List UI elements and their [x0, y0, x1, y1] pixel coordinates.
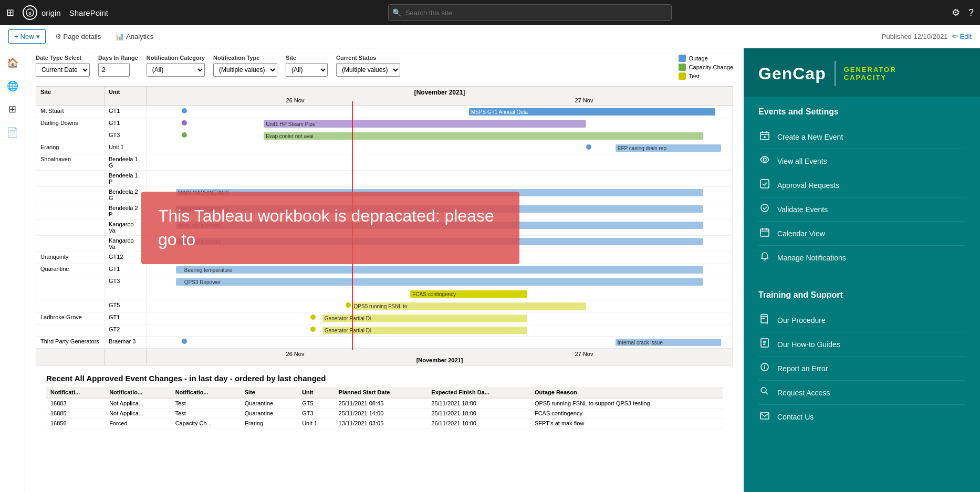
sidebar-globe-icon[interactable]: 🌐 [2, 76, 23, 97]
deprecated-text: This Tableau workbook is depracated: ple… [158, 206, 494, 249]
days-in-range-input[interactable] [98, 63, 130, 77]
origin-logo: o [23, 5, 37, 20]
mail-icon [758, 410, 771, 423]
sidebar-doc-icon[interactable]: 📄 [2, 122, 23, 143]
secondbar: + New ▾ ⚙ Page details 📊 Analytics Publi… [0, 25, 980, 48]
sidebar-apps-icon[interactable]: ⊞ [2, 99, 23, 120]
col-planned-start: Planned Start Date [335, 387, 428, 398]
unit-cell: Bendeela 2 G [105, 187, 147, 203]
analytics-button[interactable]: 📊 Analytics [110, 30, 159, 43]
eye-icon [758, 154, 771, 168]
origin-text: origin [41, 8, 61, 17]
waffle-icon[interactable]: ⊞ [6, 7, 14, 18]
col-notification-id: Notificati... [46, 387, 105, 398]
table-row: Third Party Generators Braemar 3 Interna… [36, 337, 733, 349]
contact-us-item[interactable]: Contact Us [758, 405, 965, 428]
help-icon[interactable]: ? [968, 7, 974, 18]
date-type-select[interactable]: Current Date [36, 63, 90, 77]
col-outage-reason: Outage Reason [530, 387, 723, 398]
site-cell [36, 171, 105, 186]
create-new-event-item[interactable]: Create a New Event [758, 125, 965, 149]
cell-category: Test [171, 409, 241, 418]
sidebar-home-icon[interactable]: 🏠 [2, 53, 23, 74]
gantt-cell: EFP casing drain rep [147, 142, 733, 154]
table-row: Ladbroke Grove GT1 Generator Partial Di [36, 312, 733, 324]
gantt-cell: QPS5 running FSNL to [147, 300, 733, 312]
notification-category-select[interactable]: (All) [147, 63, 205, 77]
table-row: 16856 Forced Capacity Ch... Eraring Unit… [46, 418, 723, 428]
current-status-select[interactable]: (Multiple values) [336, 63, 400, 77]
site-cell [36, 324, 105, 336]
site-cell [36, 130, 105, 142]
content-area: Date Type Select Current Date Days In Ra… [25, 48, 744, 492]
unit-cell: Bendeela 2 P [105, 203, 147, 219]
report-error-item[interactable]: Report an Error [758, 357, 965, 381]
info-icon [758, 362, 771, 375]
our-how-to-guides-label: Our How-to Guides [777, 340, 840, 349]
date-type-label: Date Type Select [36, 55, 90, 61]
logo-area: o origin [23, 5, 61, 20]
site-cell [36, 187, 105, 203]
calendar-view-item[interactable]: Calendar View [758, 222, 965, 246]
legend-capacity-label: Capacity Change [689, 64, 733, 70]
unit-cell: GT5 [105, 300, 147, 312]
cell-site: Quarantine [241, 398, 298, 409]
cell-reason: SFPT's at max flow [530, 418, 723, 428]
manage-notifications-item[interactable]: Manage Notifications [758, 246, 965, 269]
site-cell [36, 288, 105, 300]
our-how-to-guides-item[interactable]: Our How-to Guides [758, 332, 965, 357]
site-select[interactable]: (All) [286, 63, 328, 77]
gantt-cell: QPS3 Repower [147, 276, 733, 288]
table-row: Quarantine GT1 Bearing temperature [36, 264, 733, 276]
view-all-events-item[interactable]: View all Events [758, 149, 965, 173]
current-status-label: Current Status [336, 55, 400, 61]
cell-start: 25/11/2021 14:00 [335, 409, 428, 418]
request-access-item[interactable]: Request Access [758, 381, 965, 405]
col-notification-type: Notificatio... [105, 387, 171, 398]
gantt-cell: Internal crack issue [147, 337, 733, 348]
unit-cell: GT1 [105, 106, 147, 118]
events-settings-title: Events and Settings [758, 107, 965, 117]
notification-type-select[interactable]: (Multiple values) [213, 63, 277, 77]
site-cell: Eraring [36, 142, 105, 154]
our-procedure-label: Our Procedure [777, 316, 826, 324]
create-new-event-label: Create a New Event [777, 133, 843, 141]
cell-category: Test [171, 398, 241, 409]
svg-text:o: o [28, 11, 32, 16]
edit-label: Edit [960, 33, 972, 40]
published-label: Published 12/10/2021 [882, 33, 948, 40]
site-label: Site [286, 55, 328, 61]
gantt-cell: Generator Partial Di [147, 312, 733, 324]
secondbar-actions: + New ▾ ⚙ Page details 📊 Analytics [8, 29, 159, 44]
new-button[interactable]: + New ▾ [8, 29, 46, 44]
cell-site: Quarantine [241, 409, 298, 418]
cell-site: Eraring [241, 418, 298, 428]
edit-button[interactable]: ✏ Edit [952, 33, 972, 40]
table-row: Mt Stuart GT1 MSPS GT1 Annual Outa [36, 106, 733, 118]
unit-cell: GT2 [105, 324, 147, 336]
settings-icon[interactable]: ⚙ [952, 7, 960, 18]
plus-icon: + [14, 33, 18, 40]
page-details-button[interactable]: ⚙ Page details [50, 30, 107, 43]
gantt-cell: Bearing temperature [147, 264, 733, 276]
table-row: Darling Downs GT1 Unit1 HP Steam Pipe [36, 118, 733, 130]
search-input[interactable] [388, 4, 672, 21]
site-filter: Site (All) [286, 55, 328, 77]
site-cell: Shoalhaven [36, 154, 105, 170]
approval-requests-item[interactable]: Approval Requests [758, 173, 965, 197]
table-row: Eraring Unit 1 EFP casing drain rep [36, 142, 733, 154]
table-row: Bendeela 1 P [36, 171, 733, 187]
gantt-cell: Unit1 HP Steam Pipe [147, 118, 733, 130]
our-procedure-item[interactable]: Our Procedure [758, 308, 965, 332]
validate-events-item[interactable]: Validate Events [758, 197, 965, 222]
gantt-cell: FCAS contingency [147, 288, 733, 300]
legend-outage-label: Outage [689, 55, 708, 61]
table-header-row: Notificati... Notificatio... Notificatio… [46, 387, 723, 398]
unit-cell: Kangaroo Va [105, 219, 147, 235]
validate-events-label: Validate Events [777, 205, 828, 214]
filter-bar: Date Type Select Current Date Days In Ra… [36, 55, 733, 80]
svg-rect-4 [760, 180, 769, 188]
cell-type: Not Applica... [105, 409, 171, 418]
cell-type: Not Applica... [105, 398, 171, 409]
current-status-filter: Current Status (Multiple values) [336, 55, 400, 77]
